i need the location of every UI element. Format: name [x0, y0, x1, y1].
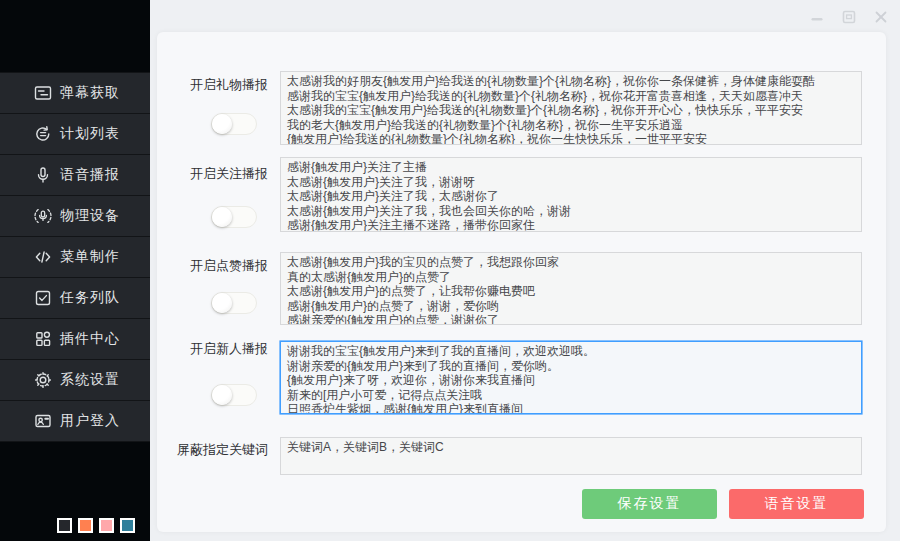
blocked-keywords-textarea[interactable]: 关键词A，关键词B，关键词C	[280, 437, 862, 475]
toggle-knob	[212, 114, 232, 134]
sidebar-item-system-settings[interactable]: 系统设置	[0, 360, 150, 401]
toggle-knob	[212, 293, 232, 313]
theme-swatches	[57, 518, 135, 533]
blocked-keywords-label: 屏蔽指定关键词	[150, 441, 268, 459]
app-window: 弹幕获取 计划列表	[0, 0, 900, 541]
gift-broadcast-label: 开启礼物播报	[150, 76, 268, 94]
gift-broadcast-textarea[interactable]: 太感谢我的好朋友{触发用户}给我送的{礼物数量}个{礼物名称}，祝你你一条保健裤…	[280, 71, 862, 145]
theme-swatch-pink[interactable]	[99, 518, 114, 533]
sidebar-item-label: 任务列队	[60, 289, 120, 307]
sidebar-item-label: 计划列表	[60, 125, 120, 143]
sidebar-menu: 弹幕获取 计划列表	[0, 72, 150, 442]
plugin-icon	[33, 329, 53, 349]
login-icon	[33, 411, 53, 431]
sidebar-item-label: 系统设置	[60, 371, 120, 389]
sidebar-item-danmu[interactable]: 弹幕获取	[0, 73, 150, 114]
toggle-knob	[212, 207, 232, 227]
code-icon	[33, 247, 53, 267]
newcomer-broadcast-label: 开启新人播报	[150, 340, 268, 358]
sidebar-item-physical-device[interactable]: 物理设备	[0, 196, 150, 237]
follow-broadcast-label: 开启关注播报	[150, 165, 268, 183]
mic-icon	[33, 165, 53, 185]
maximize-button[interactable]	[838, 8, 860, 26]
sidebar-item-label: 物理设备	[60, 207, 120, 225]
sidebar-item-menu-maker[interactable]: 菜单制作	[0, 237, 150, 278]
sidebar-item-voice-broadcast[interactable]: 语音播报	[0, 155, 150, 196]
danmu-icon	[33, 83, 53, 103]
like-broadcast-textarea[interactable]: 太感谢{触发用户}我的宝贝的点赞了，我想跟你回家 真的太感谢{触发用户}的点赞了…	[280, 252, 862, 325]
toggle-knob	[212, 385, 232, 405]
minimize-button[interactable]	[806, 8, 828, 26]
sidebar-item-label: 语音播报	[60, 166, 120, 184]
newcomer-broadcast-toggle[interactable]	[211, 384, 257, 406]
sidebar-item-label: 弹幕获取	[60, 84, 120, 102]
plan-list-icon	[33, 124, 53, 144]
device-icon	[33, 206, 53, 226]
task-icon	[33, 288, 53, 308]
sidebar-item-plugin-center[interactable]: 插件中心	[0, 319, 150, 360]
sidebar: 弹幕获取 计划列表	[0, 0, 150, 541]
follow-broadcast-textarea[interactable]: 感谢{触发用户}关注了主播 太感谢{触发用户}关注了我，谢谢呀 太感谢{触发用户…	[280, 157, 862, 232]
theme-swatch-dark[interactable]	[57, 518, 72, 533]
newcomer-broadcast-textarea[interactable]: 谢谢我的宝宝{触发用户}来到了我的直播间，欢迎欢迎哦。 谢谢亲爱的{触发用户}来…	[280, 341, 862, 414]
save-settings-button[interactable]: 保存设置	[582, 489, 717, 519]
sidebar-item-user-login[interactable]: 用户登入	[0, 401, 150, 442]
window-controls	[806, 8, 892, 26]
theme-swatch-orange[interactable]	[78, 518, 93, 533]
gear-icon	[33, 370, 53, 390]
theme-swatch-teal[interactable]	[120, 518, 135, 533]
sidebar-item-label: 菜单制作	[60, 248, 120, 266]
sidebar-item-plan-list[interactable]: 计划列表	[0, 114, 150, 155]
sidebar-item-task-queue[interactable]: 任务列队	[0, 278, 150, 319]
follow-broadcast-toggle[interactable]	[211, 206, 257, 228]
like-broadcast-toggle[interactable]	[211, 292, 257, 314]
sidebar-item-label: 用户登入	[60, 412, 120, 430]
like-broadcast-label: 开启点赞播报	[150, 257, 268, 275]
voice-settings-button[interactable]: 语音设置	[729, 489, 864, 519]
close-icon[interactable]	[870, 8, 892, 26]
gift-broadcast-toggle[interactable]	[211, 113, 257, 135]
sidebar-item-label: 插件中心	[60, 330, 120, 348]
